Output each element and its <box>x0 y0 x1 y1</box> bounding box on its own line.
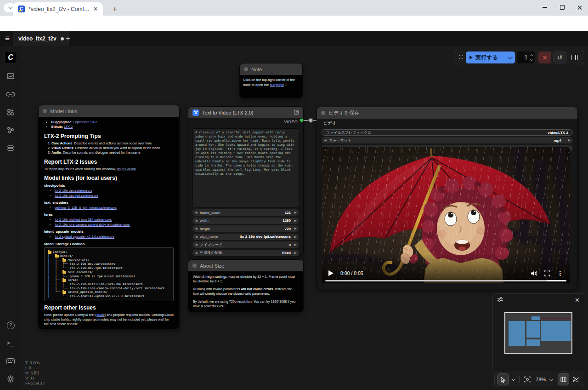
decrement-icon[interactable]: ◀ <box>192 227 200 230</box>
about-size-node[interactable]: About Size Width & height settings must … <box>188 260 303 312</box>
about-size-node-header[interactable]: About Size <box>188 260 303 271</box>
note-node-header[interactable]: Note <box>240 63 302 75</box>
go-to-github-link[interactable]: go to GitHub <box>117 167 136 171</box>
window-minimize-button[interactable] <box>536 0 554 15</box>
noise-seed-widget[interactable]: ◀ノイズシード0▶ <box>192 241 299 248</box>
workflows-icon[interactable] <box>0 123 21 137</box>
video-seek-bar[interactable] <box>325 280 566 281</box>
model-links-node[interactable]: Model Links Huggingface: Lightricks/LTX-… <box>39 105 179 329</box>
comfyui-logo[interactable]: C <box>4 51 17 64</box>
prev-option-icon[interactable]: ◀ <box>192 235 200 239</box>
batch-count-stepper[interactable] <box>531 55 533 61</box>
save-video-node[interactable]: ビデオを保存 ビデオ ファイル名プレフィックスvideo/LTX-2 ◀フォーマ… <box>317 107 577 289</box>
increment-icon[interactable]: ▶ <box>292 243 299 247</box>
control-after-generate-widget[interactable]: ◀生成後の制御fixed▶ <box>192 250 299 256</box>
fit-view-icon[interactable] <box>522 373 532 385</box>
new-tab-button[interactable]: + <box>109 4 120 15</box>
video-play-button[interactable] <box>328 270 334 276</box>
zoom-level[interactable]: 78% <box>536 377 546 382</box>
toggle-panel-icon[interactable] <box>568 52 581 63</box>
increment-icon[interactable]: ▶ <box>292 219 299 223</box>
stat-version: V: 11 <box>25 376 45 381</box>
model-file-link[interactable]: ltx-2-19b-distilled-lora-384.safetensors <box>55 218 112 222</box>
width-widget[interactable]: ◀width1280▶ <box>192 218 299 224</box>
zoom-chevron-icon[interactable] <box>549 377 553 380</box>
minimap-close-icon[interactable]: ✕ <box>575 297 580 304</box>
frame-count-widget[interactable]: ◀frame_count121▶ <box>192 209 299 216</box>
collapse-dot[interactable] <box>43 109 47 113</box>
models-icon[interactable] <box>0 105 21 119</box>
collapse-dot[interactable] <box>321 111 325 115</box>
run-options-chevron-icon[interactable] <box>508 55 513 59</box>
minimap-settings-icon[interactable] <box>497 296 503 304</box>
help-icon[interactable]: ? <box>0 318 21 332</box>
select-tool-button[interactable] <box>497 373 509 385</box>
note-node[interactable]: Note Click on the top-right corner of th… <box>240 63 302 98</box>
queue-icon[interactable] <box>0 141 21 155</box>
collapse-dot[interactable] <box>192 264 197 268</box>
terminal-icon[interactable]: >_ <box>0 336 21 350</box>
text-to-video-node[interactable]: Text to Video (LTX 2.0) VIDEO A close-up… <box>188 107 303 255</box>
shortcuts-keyboard-icon[interactable] <box>0 354 21 368</box>
increment-icon[interactable]: ▶ <box>292 227 299 230</box>
minimap-toggle-button[interactable] <box>558 373 570 385</box>
model-file-link[interactable]: ltx-2-19b-dev.safetensors <box>55 189 92 193</box>
workflow-tab[interactable]: video_ltx2_t2v <box>13 31 69 46</box>
height-widget[interactable]: ◀height720▶ <box>192 225 299 232</box>
guide-link[interactable]: guide <box>96 313 105 317</box>
model-file-link[interactable]: ltx-2-19b-dev-fp8.safetensors <box>55 194 98 198</box>
cancel-button[interactable]: ✕ <box>538 52 551 63</box>
next-option-icon[interactable]: ▶ <box>565 138 573 142</box>
templates-icon[interactable] <box>0 69 21 83</box>
video-output-slot[interactable] <box>300 118 304 122</box>
increment-icon[interactable]: ▶ <box>292 211 299 214</box>
batch-count-input[interactable]: 1 <box>517 52 535 63</box>
toggle-links-icon[interactable] <box>571 373 582 385</box>
huggingface-link[interactable]: Lightricks/LTX-2 <box>74 120 97 124</box>
model-file-link[interactable]: ltx-2-19b-lora-camera-control-dolly-left… <box>55 223 130 227</box>
toolbar-drag-handle[interactable] <box>458 54 463 61</box>
decrement-icon[interactable]: ◀ <box>192 211 200 214</box>
decrement-icon[interactable]: ◀ <box>192 219 200 223</box>
new-workflow-button[interactable]: + <box>63 34 73 43</box>
minimap-panel[interactable]: ✕ <box>492 293 584 373</box>
format-widget[interactable]: ◀フォーマットmp4▶ <box>322 137 573 143</box>
github-link[interactable]: LTX-2 <box>64 125 73 129</box>
next-option-icon[interactable]: ▶ <box>292 251 299 255</box>
decrement-icon[interactable]: ◀ <box>192 243 200 247</box>
text-to-video-node-header[interactable]: Text to Video (LTX 2.0) <box>188 107 303 118</box>
ckpt-name-widget[interactable]: ◀ckpt_nameltx-2-19b-dev-fp8.safetensors▶ <box>192 234 299 240</box>
collapse-dot[interactable] <box>244 67 248 71</box>
history-icon[interactable]: ↺ <box>553 52 566 63</box>
tab-close-icon[interactable]: ✕ <box>92 6 99 13</box>
settings-gear-icon[interactable] <box>0 372 21 386</box>
nodes-icon[interactable] <box>0 87 21 101</box>
canvas-stats: T: 0.00s I: 0 N: 5 [5] V: 11 FPS:59.17 <box>25 361 45 386</box>
prompt-textarea[interactable]: A close-up of a cheerful girl puppet wit… <box>192 128 299 207</box>
fullscreen-icon[interactable] <box>544 270 550 276</box>
next-option-icon[interactable]: ▶ <box>292 235 299 239</box>
filename-prefix-widget[interactable]: ファイル名プレフィックスvideo/LTX-2 <box>322 129 573 136</box>
link-midpoint-dot[interactable] <box>308 118 313 123</box>
window-close-button[interactable]: ✕ <box>571 0 588 15</box>
window-maximize-button[interactable] <box>554 0 571 15</box>
volume-icon[interactable] <box>531 270 537 276</box>
prev-option-icon[interactable]: ◀ <box>322 138 329 142</box>
open-subgraph-icon[interactable] <box>294 109 299 116</box>
minimap-node-about-size <box>526 339 540 346</box>
model-links-node-title: Model Links <box>50 109 77 114</box>
prev-option-icon[interactable]: ◀ <box>192 251 200 255</box>
video-menu-icon[interactable]: ⋮ <box>557 270 563 277</box>
model-file-link[interactable]: gemma_3_12B_it_fp4_mixed.safetensors <box>55 206 117 210</box>
save-video-node-header[interactable]: ビデオを保存 <box>317 107 577 119</box>
model-links-node-header[interactable]: Model Links <box>39 105 179 117</box>
workflow-menu-icon[interactable]: ≡ <box>2 34 12 43</box>
run-button[interactable]: 実行する <box>466 52 515 63</box>
model-file-link[interactable]: ltx-2-spatial-upscaler-x2-1.0.safetensor… <box>55 235 114 239</box>
list-item: ltx-2-19b-dev-fp8.safetensors <box>55 194 174 198</box>
list-item: ltx-2-19b-distilled-lora-384.safetensors <box>55 218 174 222</box>
video-preview[interactable]: 0:00 / 0:05 ⋮ <box>322 147 570 283</box>
tool-options-chevron-icon[interactable] <box>511 377 515 380</box>
browser-tab[interactable]: C *video_ltx2_t2v - ComfyUI ✕ <box>13 2 103 16</box>
subgraph-link[interactable]: subgraph <box>270 83 284 87</box>
